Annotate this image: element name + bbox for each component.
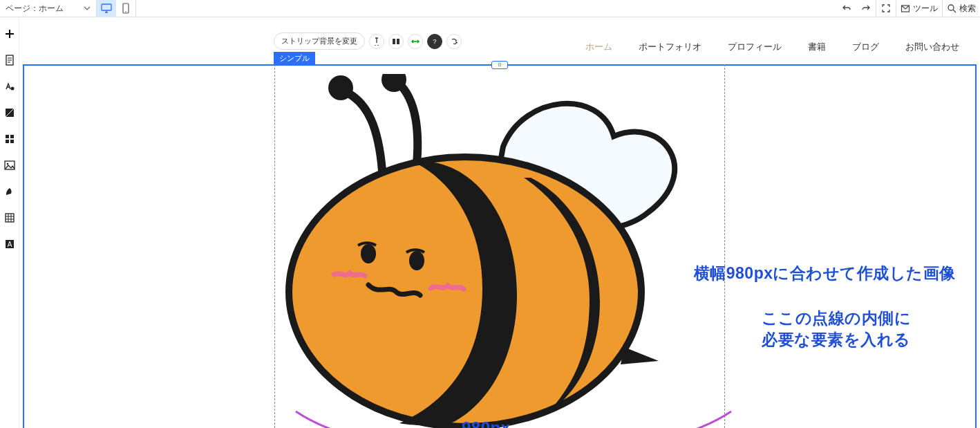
- device-toggle-group: [97, 0, 136, 17]
- media-panel-button[interactable]: [3, 158, 17, 172]
- svg-point-2: [125, 11, 126, 12]
- mobile-view-button[interactable]: [116, 0, 135, 17]
- data-panel-button[interactable]: [3, 211, 17, 225]
- site-navigation-menu: ホーム ポートフォリオ プロフィール 書籍 ブログ お問い合わせ: [585, 41, 959, 53]
- svg-point-24: [409, 251, 424, 270]
- nav-item-books[interactable]: 書籍: [808, 41, 826, 53]
- redo-button[interactable]: [856, 0, 876, 17]
- search-label: 検索: [959, 3, 976, 15]
- annotation-width-label: 980px: [462, 418, 511, 428]
- nav-item-portfolio[interactable]: ポートフォリオ: [639, 41, 701, 53]
- svg-point-23: [361, 244, 376, 263]
- editor-canvas[interactable]: ストリップ背景を変更 ? シンプル ホーム ポートフォリオ プロフィール 書籍 …: [19, 17, 980, 428]
- nav-item-contact[interactable]: お問い合わせ: [905, 41, 959, 53]
- strip-drag-handle-icon[interactable]: ⠿: [491, 61, 508, 69]
- bee-illustration[interactable]: [275, 74, 704, 428]
- svg-text:?: ?: [433, 38, 436, 45]
- layout-tool-icon[interactable]: [388, 34, 404, 49]
- svg-rect-18: [397, 39, 399, 44]
- topbar-right-group: ツール 検索: [837, 0, 980, 17]
- annotation-line-2b: 必要な要素を入れる: [762, 331, 911, 348]
- svg-point-6: [10, 87, 14, 91]
- pages-panel-button[interactable]: [3, 53, 17, 67]
- help-tool-icon[interactable]: ?: [427, 34, 442, 49]
- svg-rect-14: [6, 214, 14, 222]
- annotation-line-2a: ここの点線の内側に: [762, 309, 912, 327]
- tools-label: ツール: [913, 3, 938, 15]
- chevron-down-icon: [84, 5, 91, 12]
- page-selector[interactable]: ページ：ホーム: [0, 0, 97, 17]
- left-tool-rail: A: [0, 17, 19, 428]
- design-panel-button[interactable]: [3, 80, 17, 93]
- nav-item-home[interactable]: ホーム: [585, 41, 612, 53]
- annotation-line-1: 横幅980pxに合わせて作成した画像: [694, 263, 956, 284]
- change-strip-background-button[interactable]: ストリップ背景を変更: [274, 32, 365, 50]
- section-type-tag[interactable]: シンプル: [274, 52, 315, 65]
- svg-rect-11: [10, 140, 14, 143]
- undo-button[interactable]: [837, 0, 856, 17]
- svg-point-13: [6, 163, 8, 165]
- search-button[interactable]: 検索: [943, 0, 980, 17]
- animation-tool-icon[interactable]: [446, 34, 462, 49]
- svg-rect-9: [10, 135, 14, 138]
- desktop-view-button[interactable]: [97, 0, 116, 17]
- nav-item-profile[interactable]: プロフィール: [728, 41, 782, 53]
- svg-point-4: [948, 5, 954, 10]
- content-guide-right: [724, 64, 725, 428]
- apps-panel-button[interactable]: [3, 132, 17, 146]
- background-panel-button[interactable]: [3, 106, 17, 120]
- blog-panel-button[interactable]: [3, 185, 17, 198]
- nav-item-blog[interactable]: ブログ: [852, 41, 879, 53]
- svg-rect-0: [102, 4, 111, 10]
- strip-floating-toolbar: ストリップ背景を変更 ?: [274, 32, 462, 50]
- text-panel-button[interactable]: A: [3, 237, 17, 251]
- svg-text:A: A: [7, 241, 12, 248]
- quick-edit-icon[interactable]: [369, 34, 384, 49]
- tools-button[interactable]: ツール: [896, 0, 942, 17]
- annotation-line-2: ここの点線の内側に 必要な要素を入れる: [762, 308, 912, 351]
- add-element-button[interactable]: [3, 27, 17, 41]
- svg-rect-8: [6, 135, 9, 138]
- page-selector-label: ページ：ホーム: [6, 3, 64, 15]
- zoom-fit-button[interactable]: [876, 0, 896, 17]
- top-toolbar: ページ：ホーム ツール 検索: [0, 0, 980, 17]
- svg-rect-10: [6, 140, 9, 143]
- svg-point-20: [328, 75, 353, 100]
- stretch-tool-icon[interactable]: [408, 34, 423, 49]
- svg-rect-17: [393, 39, 395, 44]
